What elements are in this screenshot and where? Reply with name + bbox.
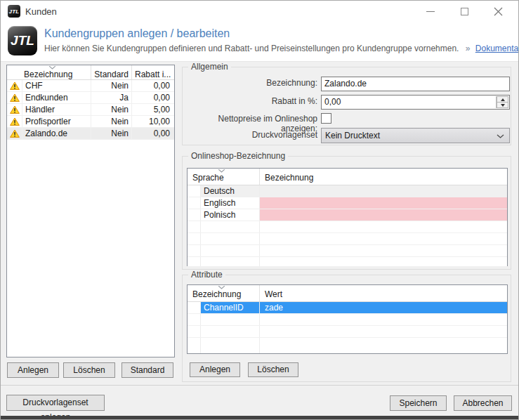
up-arrow-icon bbox=[501, 98, 505, 101]
page-title: Kundengruppen anlegen / bearbeiten bbox=[44, 27, 230, 40]
close-button[interactable] bbox=[484, 1, 512, 22]
column-header-bezeichnung[interactable]: Bezeichnung bbox=[259, 169, 507, 185]
empty-row bbox=[188, 338, 507, 353]
warning-icon bbox=[10, 105, 20, 114]
onlineshop-table-header: Sprache Bezeichnung bbox=[188, 169, 507, 185]
loeschen-button[interactable]: Löschen bbox=[63, 362, 115, 378]
druckvorlagenset-anlegen-button[interactable]: Druckvorlagenset anlegen bbox=[6, 395, 105, 411]
cell-wert[interactable]: zade bbox=[259, 302, 507, 313]
column-header-bezeichnung[interactable]: Bezeichnung bbox=[188, 285, 259, 301]
column-header-bezeichnung[interactable]: Bezeichnung bbox=[7, 65, 91, 79]
language-row-polnisch[interactable]: Polnisch bbox=[188, 209, 507, 221]
jtl-app-icon: JTL bbox=[8, 5, 20, 18]
cell-standard: Nein bbox=[91, 116, 131, 127]
empty-row bbox=[188, 314, 507, 326]
standard-button[interactable]: Standard bbox=[121, 362, 173, 378]
dokumentation-link[interactable]: Dokumentation bbox=[475, 44, 519, 53]
sort-chevron-icon bbox=[49, 66, 55, 70]
rabatt-label: Rabatt in %: bbox=[183, 96, 317, 106]
row-header bbox=[188, 185, 201, 197]
cell-bezeichnung-invalid[interactable] bbox=[259, 197, 507, 209]
attribute-table-header: Bezeichnung Wert bbox=[188, 285, 507, 302]
cell-bezeichnung: Profisportler bbox=[22, 116, 91, 127]
group-title: Allgemein bbox=[188, 62, 231, 72]
cell-bezeichnung-invalid[interactable] bbox=[259, 209, 507, 221]
footer-separator bbox=[1, 385, 518, 386]
cell-bezeichnung: Zalando.de bbox=[22, 128, 91, 139]
anlegen-button[interactable]: Anlegen bbox=[7, 362, 59, 378]
kundengruppen-table-header: Bezeichnung Standard Rabatt i... bbox=[7, 65, 174, 80]
empty-row bbox=[188, 257, 507, 266]
empty-row bbox=[188, 245, 507, 257]
jtl-logo: JTL bbox=[8, 26, 37, 55]
speichern-button[interactable]: Speichern bbox=[390, 395, 447, 411]
column-header-standard[interactable]: Standard bbox=[91, 65, 131, 79]
attribute-anlegen-button[interactable]: Anlegen bbox=[190, 362, 240, 377]
spinner-up-button[interactable] bbox=[497, 96, 508, 102]
subtitle-text: Hier können Sie Kundengruppen definieren… bbox=[44, 44, 459, 53]
onlineshop-bezeichnung-group: Onlineshop-Bezeichnung Sprache Bezeichnu… bbox=[182, 156, 511, 270]
cell-sprache: Polnisch bbox=[201, 209, 259, 221]
column-header-wert[interactable]: Wert bbox=[259, 285, 507, 301]
rabatt-input[interactable]: 0,00 bbox=[321, 95, 510, 110]
page-subtitle: Hier können Sie Kundengruppen definieren… bbox=[44, 44, 519, 53]
row-header bbox=[188, 209, 201, 221]
abbrechen-button[interactable]: Abbrechen bbox=[454, 395, 512, 411]
group-title: Attribute bbox=[188, 270, 225, 280]
column-header-label: Sprache bbox=[192, 173, 224, 183]
cell-bezeichnung[interactable] bbox=[259, 185, 507, 197]
attribute-group: Attribute Bezeichnung Wert ChannelID zad… bbox=[182, 275, 511, 382]
nettopreise-checkbox[interactable] bbox=[321, 113, 331, 124]
minimize-icon bbox=[426, 11, 435, 12]
column-header-label: Bezeichnung bbox=[192, 289, 241, 299]
table-row-haendler[interactable]: Händler Nein 5,00 bbox=[7, 104, 174, 116]
warning-icon bbox=[10, 81, 20, 91]
attribute-table: Bezeichnung Wert ChannelID zade bbox=[187, 284, 508, 354]
attribute-row-channelid-selected[interactable]: ChannelID zade bbox=[188, 302, 507, 314]
column-header-sprache[interactable]: Sprache bbox=[188, 169, 259, 185]
empty-row bbox=[188, 326, 507, 338]
language-row-englisch[interactable]: Englisch bbox=[188, 197, 507, 209]
cell-bezeichnung: ChannelID bbox=[201, 302, 259, 313]
column-header-label: Bezeichnung bbox=[24, 70, 72, 79]
close-icon bbox=[494, 7, 503, 16]
onlineshop-table: Sprache Bezeichnung Deutsch Englisch Pol… bbox=[187, 168, 508, 266]
bezeichnung-input[interactable]: Zalando.de bbox=[321, 77, 510, 91]
cell-standard: Nein bbox=[91, 128, 131, 139]
titlebar: JTL Kunden bbox=[1, 1, 518, 22]
cell-rabatt: 5,00 bbox=[131, 104, 174, 115]
window-bottom-edge bbox=[1, 416, 518, 419]
sort-chevron-icon bbox=[218, 286, 225, 289]
down-arrow-icon bbox=[501, 104, 505, 107]
druckvorlagenset-value: Kein Drucktext bbox=[325, 131, 380, 140]
table-row-chf[interactable]: CHF Nein 0,00 bbox=[7, 80, 174, 92]
cell-rabatt: 0,00 bbox=[131, 92, 174, 103]
group-title: Onlineshop-Bezeichnung bbox=[188, 151, 288, 161]
minimize-button[interactable] bbox=[416, 1, 445, 22]
table-row-zalando-selected[interactable]: Zalando.de Nein 0,00 bbox=[7, 128, 174, 140]
window-title: Kunden bbox=[25, 6, 57, 17]
link-arrow: » bbox=[466, 44, 471, 53]
language-row-deutsch[interactable]: Deutsch bbox=[188, 185, 507, 197]
cell-standard: Ja bbox=[91, 92, 131, 103]
maximize-button[interactable] bbox=[450, 1, 478, 22]
table-row-endkunden[interactable]: Endkunden Ja 0,00 bbox=[7, 92, 174, 104]
cell-bezeichnung: Händler bbox=[22, 104, 91, 115]
table-row-profisportler[interactable]: Profisportler Nein 10,00 bbox=[7, 116, 174, 128]
spinner-down-button[interactable] bbox=[497, 102, 508, 108]
druckvorlagenset-label: Druckvorlagenset bbox=[183, 130, 317, 140]
cell-sprache: Englisch bbox=[201, 197, 259, 209]
maximize-icon bbox=[461, 8, 468, 15]
chevron-down-icon bbox=[497, 134, 504, 138]
allgemein-group: Allgemein Bezeichnung: Zalando.de Rabatt… bbox=[182, 67, 511, 145]
attribute-loeschen-button[interactable]: Löschen bbox=[248, 362, 298, 377]
cell-rabatt: 0,00 bbox=[131, 128, 174, 139]
column-header-rabatt[interactable]: Rabatt i... bbox=[131, 65, 174, 79]
row-header bbox=[188, 197, 201, 209]
druckvorlagenset-select[interactable]: Kein Drucktext bbox=[321, 128, 510, 143]
warning-icon bbox=[10, 93, 20, 103]
cell-bezeichnung: CHF bbox=[22, 80, 91, 91]
warning-icon bbox=[10, 129, 20, 138]
cell-sprache: Deutsch bbox=[201, 185, 259, 197]
kundengruppen-table: Bezeichnung Standard Rabatt i... CHF Nei… bbox=[6, 65, 175, 357]
